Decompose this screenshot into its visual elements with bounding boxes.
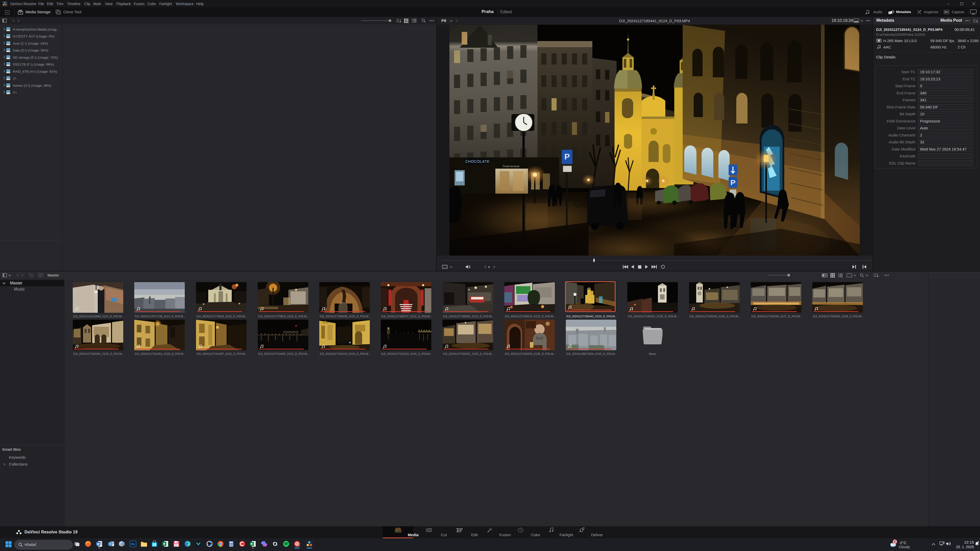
svg-text:Ps: Ps <box>131 543 135 546</box>
svg-text:W: W <box>97 542 100 546</box>
